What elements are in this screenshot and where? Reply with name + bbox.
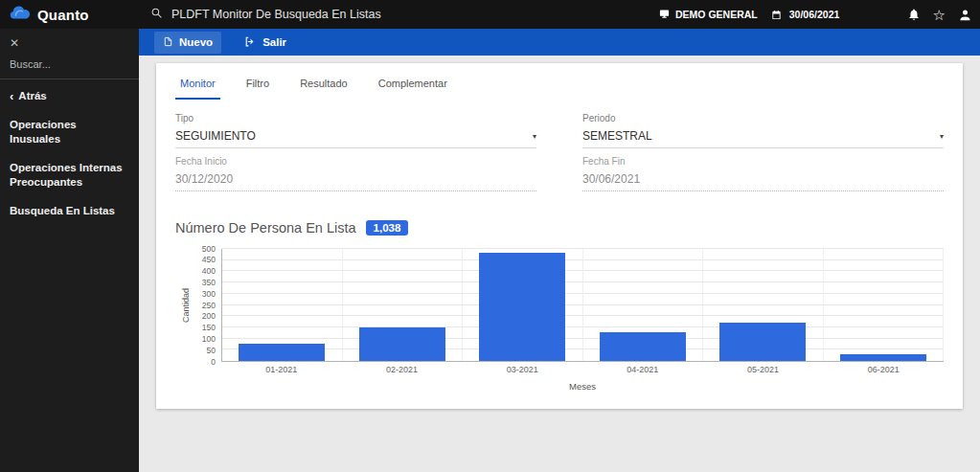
bar-06-2021 [840,354,926,361]
x-tick-02-2021: 02-2021 [342,365,463,374]
calendar-icon [771,10,782,20]
sidebar-item-operaciones-inusuales[interactable]: Operaciones Inusuales [0,111,139,154]
tipo-select[interactable]: SEGUIMIENTO ▾ [175,124,536,148]
x-tick-01-2021: 01-2021 [221,365,342,374]
x-tick-04-2021: 04-2021 [582,365,703,374]
environment-name: DEMO GENERAL [675,9,758,20]
periodo-label: Periodo [582,113,944,124]
nuevo-label: Nuevo [179,36,213,48]
fecha-fin-label: Fecha Fin [582,156,944,167]
brand: Quanto [0,5,139,25]
chevron-left-icon: ‹ [10,90,13,102]
chart-x-ticks: 01-202102-202103-202104-202105-202106-20… [221,365,944,374]
bar-slot-01-2021 [222,249,343,361]
topbar: Quanto PLDFT Monitor De Busqueda En List… [0,0,980,29]
main-area: Nuevo Salir Monitor Filtro Resultado Com… [139,29,980,472]
sidebar-search-input[interactable] [0,52,139,79]
salir-label: Salir [262,36,286,48]
tab-bar: Monitor Filtro Resultado Complementar [175,63,944,100]
salir-button[interactable]: Salir [235,32,295,54]
chart-y-ticks: 050100150200250300350400450500 [193,249,221,362]
bar-slot-03-2021 [463,249,583,361]
fecha-inicio-value: 30/12/2020 [175,167,536,191]
tab-monitor[interactable]: Monitor [175,65,220,100]
sidebar-item-operaciones-internas[interactable]: Operaciones Internas Preocupantes [0,154,139,197]
tab-resultado[interactable]: Resultado [295,65,353,100]
x-tick-06-2021: 06-2021 [823,365,944,374]
search-icon [150,6,163,23]
user-profile-icon[interactable] [958,8,972,22]
brand-name: Quanto [37,7,89,23]
monitor-card: Monitor Filtro Resultado Complementar Ti… [156,63,963,409]
total-badge: 1,038 [366,220,409,236]
chevron-down-icon: ▾ [533,132,536,141]
tipo-value: SEGUIMIENTO [175,129,256,143]
periodo-field: Periodo SEMESTRAL ▾ [582,105,944,148]
fecha-inicio-field: Fecha Inicio 30/12/2020 [175,148,536,191]
x-tick-05-2021: 05-2021 [703,365,824,374]
bar-slot-05-2021 [703,249,824,361]
fecha-fin-value: 30/06/2021 [582,167,944,191]
bar-slot-04-2021 [583,249,704,361]
chart-bars [222,249,944,361]
session-date: 30/06/2021 [789,9,840,20]
bar-05-2021 [719,323,806,361]
fecha-fin-field: Fecha Fin 30/06/2021 [582,148,944,191]
quanto-logo-icon [9,5,32,25]
bar-04-2021 [600,332,686,361]
filter-form: Tipo SEGUIMIENTO ▾ Periodo SEMESTRAL ▾ [175,105,944,191]
bar-chart: Cantidad 050100150200250300350400450500 [175,249,944,392]
chart-header: Número De Persona En Lista 1,038 [175,220,944,236]
topbar-search[interactable]: PLDFT Monitor De Busqueda En Listas [139,6,381,23]
periodo-value: SEMESTRAL [582,129,652,143]
sidebar-back-label: Atrás [18,89,46,104]
chart-x-axis-label: Meses [193,381,944,392]
tipo-field: Tipo SEGUIMIENTO ▾ [175,105,536,148]
favorites-star-icon[interactable]: ☆ [933,8,946,22]
tab-complementar[interactable]: Complementar [374,65,452,100]
chart-y-axis-label: Cantidad [179,249,193,362]
app-window: Quanto PLDFT Monitor De Busqueda En List… [0,0,980,472]
bar-03-2021 [479,253,565,361]
sidebar-item-busqueda-en-listas[interactable]: Busqueda En Listas [0,197,139,226]
environment-icon [659,6,670,23]
tab-filtro[interactable]: Filtro [241,65,274,100]
new-document-icon [163,35,173,50]
sidebar-back-button[interactable]: ‹ Atrás [0,79,139,111]
bar-slot-06-2021 [824,249,945,361]
tipo-label: Tipo [175,113,536,124]
sidebar-close-icon[interactable]: ✕ [0,29,139,52]
action-toolbar: Nuevo Salir [139,29,980,56]
environment-block: DEMO GENERAL 30/06/2021 [659,0,839,29]
module-title: PLDFT Monitor De Busqueda En Listas [171,8,381,21]
bar-01-2021 [239,344,325,361]
periodo-select[interactable]: SEMESTRAL ▾ [582,124,944,148]
exit-icon [243,35,257,50]
chevron-down-icon: ▾ [940,132,944,141]
content-area: Monitor Filtro Resultado Complementar Ti… [139,56,980,472]
x-tick-03-2021: 03-2021 [462,365,582,374]
chart-plot [221,249,944,362]
nuevo-button[interactable]: Nuevo [154,32,221,54]
chart-title: Número De Persona En Lista [175,220,356,236]
fecha-inicio-label: Fecha Inicio [175,156,536,167]
topbar-actions: ☆ [907,0,972,29]
bar-slot-02-2021 [343,249,464,361]
bar-02-2021 [359,327,445,361]
sidebar: ✕ ‹ Atrás Operaciones Inusuales Operacio… [0,29,139,472]
notifications-bell-icon[interactable] [907,8,921,21]
